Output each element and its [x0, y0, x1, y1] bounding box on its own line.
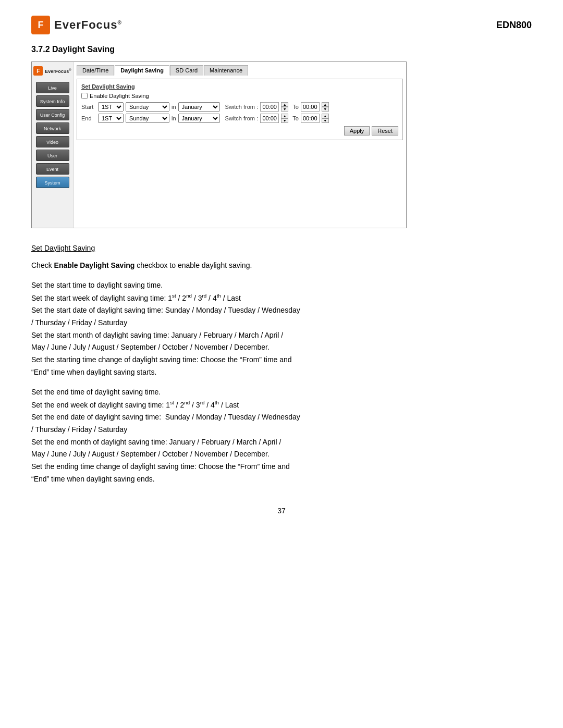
logo: F EverFocus® — [31, 16, 122, 34]
doc-heading: Set Daylight Saving — [31, 244, 532, 252]
to-label-end: To — [292, 115, 299, 121]
enable-daylight-checkbox[interactable] — [81, 93, 88, 99]
enable-label: Enable Daylight Saving — [90, 93, 149, 99]
tab-bar: Date/Time Daylight Saving SD Card Mainte… — [77, 65, 403, 76]
sidebar: F EverFocus® Live System Info User Confi… — [32, 62, 74, 228]
switch-from-label-start: Switch from : — [225, 104, 259, 110]
sidebar-item-sysinfo[interactable]: System Info — [36, 95, 69, 107]
daylight-saving-panel: Set Daylight Saving Enable Daylight Savi… — [77, 79, 403, 140]
switch-from-label-end: Switch from : — [225, 115, 259, 121]
end-to-time[interactable] — [301, 114, 320, 123]
start-month-select[interactable]: JanuaryFebruaryMarchAprilMayJuneJulyAugu… — [178, 102, 220, 112]
doc-end-time: Set the end time of daylight saving time… — [31, 386, 532, 486]
sidebar-item-network[interactable]: Network — [36, 122, 69, 134]
start-row: Start 1ST2ND3RD4THLast SundayMondayTuesd… — [81, 102, 398, 112]
start-to-time[interactable] — [301, 102, 320, 112]
sidebar-item-live[interactable]: Live — [36, 82, 69, 93]
panel-title: Set Daylight Saving — [81, 83, 398, 90]
action-row: Apply Reset — [81, 126, 398, 135]
end-day-select[interactable]: SundayMondayTuesdayWednesdayThursdayFrid… — [126, 114, 169, 123]
start-to-up[interactable]: ▲ — [322, 102, 329, 107]
end-month-select[interactable]: JanuaryFebruaryMarchAprilMayJuneJulyAugu… — [178, 114, 220, 123]
in-label-start: in — [172, 104, 176, 110]
start-to-spinner[interactable]: ▲ ▼ — [322, 102, 329, 112]
start-from-time[interactable] — [260, 102, 279, 112]
doc-start-time: Set the start time to daylight saving ti… — [31, 279, 532, 379]
tab-datetime[interactable]: Date/Time — [77, 65, 114, 76]
end-from-up[interactable]: ▲ — [281, 114, 288, 118]
logo-text: EverFocus® — [54, 18, 122, 32]
model-name: EDN800 — [496, 20, 532, 31]
end-from-down[interactable]: ▼ — [281, 118, 288, 123]
reset-button[interactable]: Reset — [372, 126, 398, 135]
end-from-spinner[interactable]: ▲ ▼ — [281, 114, 288, 123]
end-to-up[interactable]: ▲ — [322, 114, 329, 118]
end-from-time[interactable] — [260, 114, 279, 123]
tab-maintenance[interactable]: Maintenance — [204, 65, 248, 76]
start-label: Start — [81, 104, 96, 110]
end-row: End 1ST2ND3RD4THLast SundayMondayTuesday… — [81, 114, 398, 123]
logo-icon: F — [31, 16, 50, 34]
start-week-select[interactable]: 1ST2ND3RD4THLast — [98, 102, 124, 112]
sidebar-item-user[interactable]: User — [36, 150, 69, 161]
doc-intro: Check Enable Daylight Saving checkbox to… — [31, 260, 532, 272]
tab-sdcard[interactable]: SD Card — [170, 65, 203, 76]
end-to-down[interactable]: ▼ — [322, 118, 329, 123]
in-label-end: in — [172, 115, 176, 121]
sidebar-item-event[interactable]: Event — [36, 163, 69, 175]
start-to-down[interactable]: ▼ — [322, 107, 329, 112]
sidebar-item-userconfig[interactable]: User Config — [36, 109, 69, 120]
to-label-start: To — [292, 104, 299, 110]
start-from-down[interactable]: ▼ — [281, 107, 288, 112]
sidebar-item-system[interactable]: System — [36, 177, 69, 188]
page-header: F EverFocus® EDN800 — [31, 16, 532, 34]
sidebar-logo-icon: F — [33, 66, 43, 76]
page-number: 37 — [31, 507, 532, 515]
start-day-select[interactable]: SundayMondayTuesdayWednesdayThursdayFrid… — [126, 102, 169, 112]
end-week-select[interactable]: 1ST2ND3RD4THLast — [98, 114, 124, 123]
start-from-spinner[interactable]: ▲ ▼ — [281, 102, 288, 112]
sidebar-item-video[interactable]: Video — [36, 136, 69, 147]
content-area: Date/Time Daylight Saving SD Card Mainte… — [74, 62, 406, 228]
end-to-spinner[interactable]: ▲ ▼ — [322, 114, 329, 123]
section-title: 3.7.2 Daylight Saving — [31, 45, 532, 54]
sidebar-logo: F EverFocus® — [33, 66, 71, 76]
doc-area: Set Daylight Saving Check Enable Dayligh… — [31, 244, 532, 486]
enable-row: Enable Daylight Saving — [81, 93, 398, 99]
start-from-up[interactable]: ▲ — [281, 102, 288, 107]
tab-daylightsaving[interactable]: Daylight Saving — [115, 65, 169, 76]
sidebar-logo-text: EverFocus® — [45, 68, 71, 74]
doc-bold-enable: Enable Daylight Saving — [54, 261, 135, 269]
apply-button[interactable]: Apply — [344, 126, 370, 135]
ui-box: F EverFocus® Live System Info User Confi… — [31, 61, 407, 228]
end-label: End — [81, 115, 96, 121]
